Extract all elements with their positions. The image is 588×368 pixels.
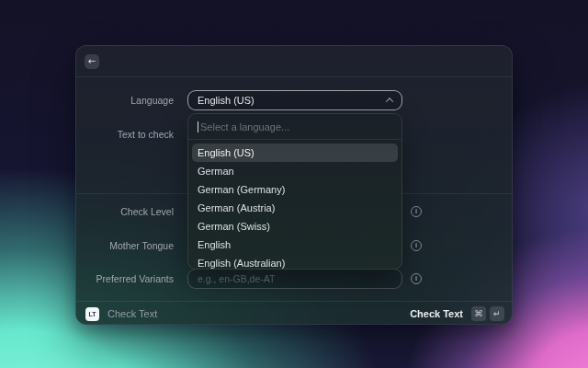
info-icon[interactable]: i — [411, 273, 422, 284]
info-icon[interactable]: i — [411, 206, 422, 217]
info-icon[interactable]: i — [411, 240, 422, 251]
language-select-value: English (US) — [198, 95, 387, 106]
dropdown-option[interactable]: English — [192, 236, 398, 254]
dropdown-search-input[interactable] — [200, 121, 392, 132]
chevron-up-icon — [386, 98, 393, 105]
extension-window: ← Language Text to check Check Level Mot… — [75, 45, 513, 325]
mother-tongue-label: Mother Tongue — [76, 239, 174, 252]
text-cursor — [198, 121, 198, 132]
dropdown-search-row — [188, 114, 401, 139]
dropdown-options-list: English (US) German German (Germany) Ger… — [188, 140, 401, 270]
action-bar: LT Check Text Check Text ⌘ ↵ — [76, 301, 512, 326]
check-text-button[interactable]: Check Text ⌘ ↵ — [410, 306, 504, 321]
desktop-background: ← Language Text to check Check Level Mot… — [0, 0, 588, 368]
window-header: ← — [76, 46, 512, 77]
dropdown-option[interactable]: German — [192, 162, 398, 180]
dropdown-option[interactable]: German (Austria) — [192, 199, 398, 217]
check-level-label: Check Level — [76, 205, 174, 218]
languagetool-logo-icon: LT — [85, 307, 99, 321]
dropdown-option[interactable]: German (Swiss) — [192, 217, 398, 236]
language-label: Language — [76, 94, 174, 107]
command-title: Check Text — [107, 308, 157, 319]
preferred-variants-input[interactable] — [187, 269, 402, 289]
dropdown-option[interactable]: English (US) — [192, 144, 398, 162]
preferred-variants-label: Preferred Variants — [76, 272, 174, 285]
check-text-button-label: Check Text — [410, 308, 463, 319]
text-to-check-label: Text to check — [76, 128, 174, 141]
return-key-icon: ↵ — [490, 306, 504, 321]
command-key-icon: ⌘ — [471, 306, 486, 321]
dropdown-option[interactable]: German (Germany) — [192, 180, 398, 199]
dropdown-option[interactable]: English (Australian) — [192, 254, 398, 270]
back-button[interactable]: ← — [85, 54, 99, 69]
language-select[interactable]: English (US) — [187, 90, 402, 110]
language-dropdown-panel: English (US) German German (Germany) Ger… — [187, 113, 402, 270]
